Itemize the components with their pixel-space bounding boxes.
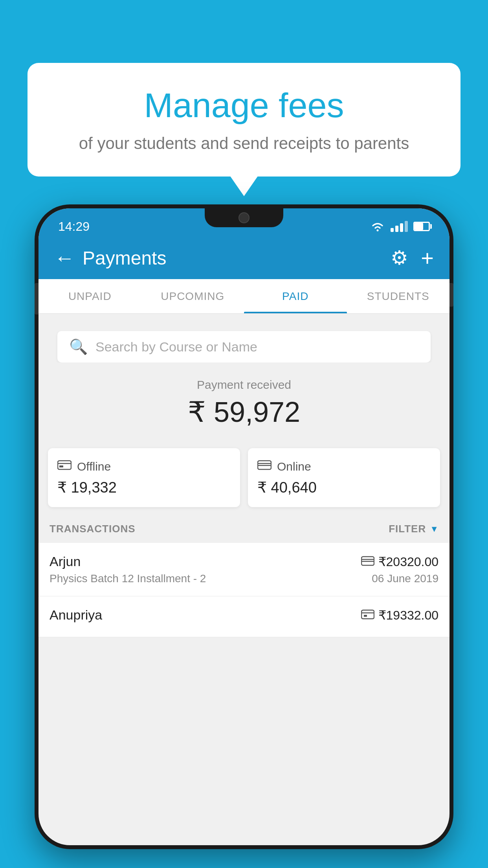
svg-rect-9 (361, 610, 374, 619)
transaction-course: Physics Batch 12 Installment - 2 (50, 572, 206, 585)
svg-rect-2 (59, 465, 63, 467)
transaction-date: 06 June 2019 (372, 572, 438, 585)
transaction-right-2: ₹19332.00 (361, 608, 438, 623)
signal-icon (391, 221, 408, 232)
tab-upcoming[interactable]: UPCOMING (141, 279, 244, 313)
online-card-header: Online (257, 459, 431, 474)
settings-icon[interactable]: ⚙ (391, 246, 408, 269)
bubble-subtitle: of your students and send receipts to pa… (59, 134, 429, 153)
search-placeholder: Search by Course or Name (95, 339, 257, 355)
online-payment-card: Online ₹ 40,640 (248, 448, 440, 507)
phone-screen: 14:29 (39, 208, 449, 845)
speech-bubble-container: Manage fees of your students and send re… (28, 63, 460, 177)
transaction-amount-2: ₹19332.00 (378, 608, 438, 623)
filter-section[interactable]: FILTER ▼ (389, 523, 438, 535)
offline-payment-card: Offline ₹ 19,332 (48, 448, 240, 507)
transaction-row-arjun[interactable]: Arjun ₹20320.00 Physics Batch 12 Install… (39, 543, 449, 596)
phone-frame: 14:29 (35, 204, 453, 849)
tab-unpaid[interactable]: UNPAID (39, 279, 141, 313)
tab-paid[interactable]: PAID (244, 279, 347, 313)
offline-label: Offline (77, 460, 111, 473)
transaction-amount: ₹20320.00 (378, 554, 438, 569)
offline-icon (57, 459, 72, 474)
app-bar-left: ← Payments (54, 247, 166, 269)
tab-students[interactable]: STUDENTS (347, 279, 450, 313)
app-bar-title: Payments (83, 247, 166, 269)
online-amount: ₹ 40,640 (257, 479, 431, 496)
app-bar: ← Payments ⚙ + (39, 237, 449, 279)
back-button[interactable]: ← (54, 248, 75, 268)
payment-received-label: Payment received (48, 378, 440, 392)
transaction-name: Arjun (50, 554, 81, 569)
search-icon: 🔍 (69, 338, 88, 355)
online-label: Online (277, 460, 311, 473)
status-icons (370, 221, 430, 232)
tabs-bar: UNPAID UPCOMING PAID STUDENTS (39, 279, 449, 314)
rupee-payment-icon (361, 609, 374, 621)
speech-bubble: Manage fees of your students and send re… (28, 63, 460, 177)
filter-icon: ▼ (430, 524, 438, 534)
payment-received-section: Payment received ₹ 59,972 (39, 362, 449, 440)
transaction-row-top: Arjun ₹20320.00 (50, 554, 438, 569)
offline-card-header: Offline (57, 459, 231, 474)
transactions-label: TRANSACTIONS (50, 523, 136, 535)
status-time: 14:29 (58, 219, 90, 234)
camera-dot (238, 212, 250, 223)
phone-notch (205, 208, 283, 227)
wifi-icon (370, 221, 385, 232)
battery-icon (413, 222, 430, 231)
payment-received-amount: ₹ 59,972 (48, 395, 440, 428)
cards-row: Offline ₹ 19,332 Online ₹ 40,640 (39, 440, 449, 515)
svg-rect-11 (364, 615, 367, 617)
filter-label: FILTER (389, 523, 426, 535)
svg-rect-0 (58, 461, 71, 469)
transaction-right: ₹20320.00 (361, 554, 438, 569)
app-bar-actions: ⚙ + (391, 245, 434, 271)
add-button[interactable]: + (421, 245, 434, 271)
online-icon (257, 459, 272, 474)
bubble-title: Manage fees (59, 86, 429, 125)
offline-amount: ₹ 19,332 (57, 479, 231, 496)
search-bar[interactable]: 🔍 Search by Course or Name (57, 331, 431, 362)
transaction-details: Physics Batch 12 Installment - 2 06 June… (50, 572, 438, 585)
card-payment-icon (361, 556, 374, 568)
transaction-row-top-2: Anupriya ₹19332.00 (50, 607, 438, 623)
transactions-header: TRANSACTIONS FILTER ▼ (39, 515, 449, 543)
transaction-row-anupriya[interactable]: Anupriya ₹19332.00 (39, 596, 449, 637)
transaction-name-2: Anupriya (50, 607, 102, 623)
